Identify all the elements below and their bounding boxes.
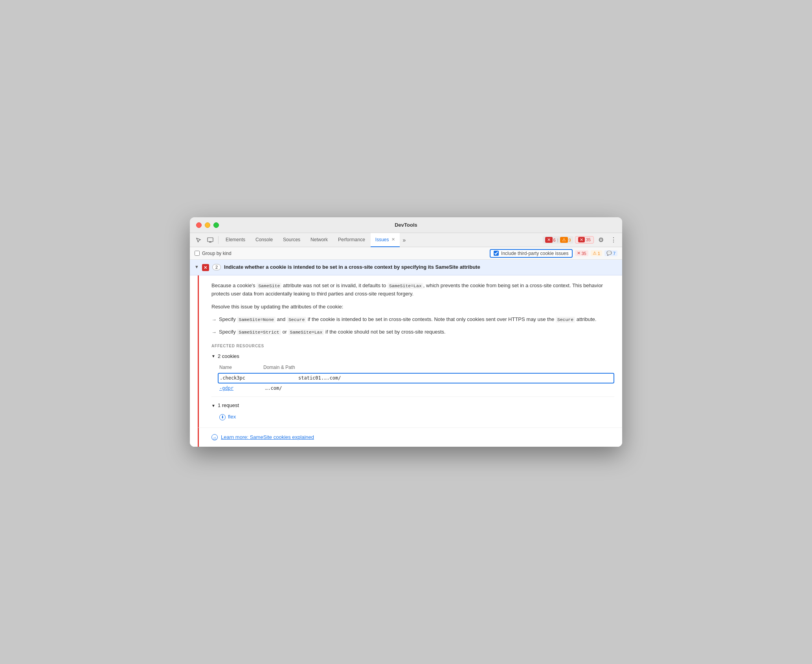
tab-close-icon[interactable]: ✕ <box>391 237 395 242</box>
issue-error-icon: ✕ <box>202 264 209 271</box>
cookie-2-name[interactable]: -gdpr <box>219 385 233 392</box>
group-by-kind-label[interactable]: Group by kind <box>195 251 231 256</box>
error-badge: ✕ 6 <box>545 237 556 243</box>
toolbar-right: ✕ 6 | ⚠ 9 ✕ 35 ⚙ ⋮ <box>543 235 619 246</box>
issue-expand-icon[interactable]: ▼ <box>195 264 199 269</box>
warning-icon: ⚠ <box>560 237 568 243</box>
request-name: flex <box>228 413 236 421</box>
issue-description-p1: Because a cookie's SameSite attribute wa… <box>211 282 614 298</box>
section-divider <box>211 396 614 397</box>
issues-count-badge[interactable]: ✕ 35 <box>575 236 594 244</box>
devtools-window: DevTools Elements Console <box>190 217 622 447</box>
titlebar: DevTools <box>190 217 622 233</box>
include-third-party-label[interactable]: Include third-party cookie issues <box>490 249 572 258</box>
issue-count-badge: 2 <box>212 264 221 270</box>
learn-more-icon: → <box>211 434 218 440</box>
tab-console[interactable]: Console <box>251 233 277 247</box>
affected-resources-section: AFFECTED RESOURCES ▼ 2 cookies Name Doma… <box>211 343 614 421</box>
secure-code-2: Secure <box>556 317 575 323</box>
samesite-lax-code: SameSite=Lax <box>388 283 423 289</box>
learn-more-label: Learn more: SameSite cookies explained <box>221 434 314 440</box>
main-toolbar: Elements Console Sources Network Perform… <box>190 233 622 247</box>
col-name-header: Name <box>219 364 232 371</box>
request-link[interactable]: ⬇ flex <box>211 413 614 421</box>
mini-error-icon: ✕ <box>577 251 581 256</box>
window-title: DevTools <box>395 222 417 228</box>
cursor-tool-button[interactable] <box>193 235 204 246</box>
requests-count-label: 1 request <box>218 402 239 410</box>
mini-warn-icon: ⚠ <box>593 251 597 256</box>
filter-bar-right: Include third-party cookie issues ✕ 35 ⚠… <box>490 249 617 258</box>
mini-info-icon: 💬 <box>606 251 612 256</box>
cookie-row-1[interactable]: .check3pc static01.….com/ <box>218 373 614 383</box>
traffic-lights <box>196 222 219 228</box>
samesite-strict-code: SameSite=Strict <box>237 329 281 335</box>
error-icon: ✕ <box>545 237 553 243</box>
samesite-none-code: SameSite=None <box>237 317 276 323</box>
settings-button[interactable]: ⚙ <box>595 235 606 246</box>
include-third-party-checkbox[interactable] <box>494 251 499 256</box>
bullet-1: → Specify SameSite=None and Secure if th… <box>211 315 614 324</box>
affected-label: AFFECTED RESOURCES <box>211 343 614 349</box>
mini-badge-errors[interactable]: ✕ 35 <box>575 250 588 256</box>
cookies-chevron-icon: ▼ <box>211 353 215 360</box>
devtools-body: Elements Console Sources Network Perform… <box>190 233 622 447</box>
responsive-tool-button[interactable] <box>205 235 216 246</box>
filter-bar: Group by kind Include third-party cookie… <box>190 247 622 260</box>
samesite-code-1: SameSite <box>257 283 281 289</box>
error-warning-badge[interactable]: ✕ 6 | ⚠ 9 <box>543 236 573 244</box>
tab-sources[interactable]: Sources <box>278 233 305 247</box>
maximize-button[interactable] <box>213 222 219 228</box>
bullet-arrow-2: → <box>211 328 217 337</box>
tab-performance[interactable]: Performance <box>333 233 370 247</box>
issue-body: Because a cookie's SameSite attribute wa… <box>198 275 622 427</box>
cookies-collapsible-header[interactable]: ▼ 2 cookies <box>211 352 614 361</box>
more-options-button[interactable]: ⋮ <box>608 235 619 246</box>
tab-issues[interactable]: Issues ✕ <box>371 233 400 247</box>
bullet-2-text: Specify SameSite=Strict or SameSite=Lax … <box>219 328 446 336</box>
bullet-2: → Specify SameSite=Strict or SameSite=La… <box>211 328 614 337</box>
cookie-1-name: .check3pc <box>220 374 267 382</box>
more-tabs-button[interactable]: » <box>400 237 408 243</box>
bullet-1-text: Specify SameSite=None and Secure if the … <box>219 315 596 324</box>
requests-collapsible-header[interactable]: ▼ 1 request <box>211 402 614 410</box>
secure-code-1: Secure <box>287 317 306 323</box>
samesite-lax-code-2: SameSite=Lax <box>288 329 324 335</box>
issue-title: Indicate whether a cookie is intended to… <box>224 264 616 271</box>
cookie-table: Name Domain & Path .check3pc static01.….… <box>218 364 614 394</box>
issues-error-count: ✕ 35 <box>578 237 591 242</box>
tab-network[interactable]: Network <box>306 233 333 247</box>
request-download-icon: ⬇ <box>219 414 226 420</box>
mini-badge-info[interactable]: 💬 7 <box>604 250 617 256</box>
cookie-2-domain: ….com/ <box>265 385 282 392</box>
resolve-title: Resolve this issue by updating the attri… <box>211 303 614 311</box>
warning-badge: ⚠ 9 <box>560 237 571 243</box>
cookies-count-label: 2 cookies <box>218 352 239 361</box>
tab-elements[interactable]: Elements <box>221 233 250 247</box>
mini-badge-warnings[interactable]: ⚠ 1 <box>591 250 602 256</box>
close-button[interactable] <box>196 222 202 228</box>
cookie-row-2[interactable]: -gdpr ….com/ <box>218 383 614 393</box>
col-domain-header: Domain & Path <box>263 364 295 371</box>
toolbar-separator <box>218 236 219 244</box>
cookie-header-row: Name Domain & Path <box>218 364 614 371</box>
main-content: ▼ ✕ 2 Indicate whether a cookie is inten… <box>190 260 622 447</box>
learn-more-link[interactable]: → Learn more: SameSite cookies explained <box>211 434 614 440</box>
group-by-kind-checkbox[interactable] <box>195 251 200 256</box>
learn-more-section: → Learn more: SameSite cookies explained <box>198 427 622 447</box>
bullet-arrow-1: → <box>211 316 217 324</box>
cookie-1-domain: static01.….com/ <box>298 374 341 382</box>
requests-section: ▼ 1 request ⬇ flex <box>211 402 614 421</box>
requests-chevron-icon: ▼ <box>211 403 215 409</box>
svg-rect-0 <box>208 238 213 242</box>
svg-rect-1 <box>209 242 211 242</box>
issue-header[interactable]: ▼ ✕ 2 Indicate whether a cookie is inten… <box>190 260 622 275</box>
minimize-button[interactable] <box>205 222 210 228</box>
